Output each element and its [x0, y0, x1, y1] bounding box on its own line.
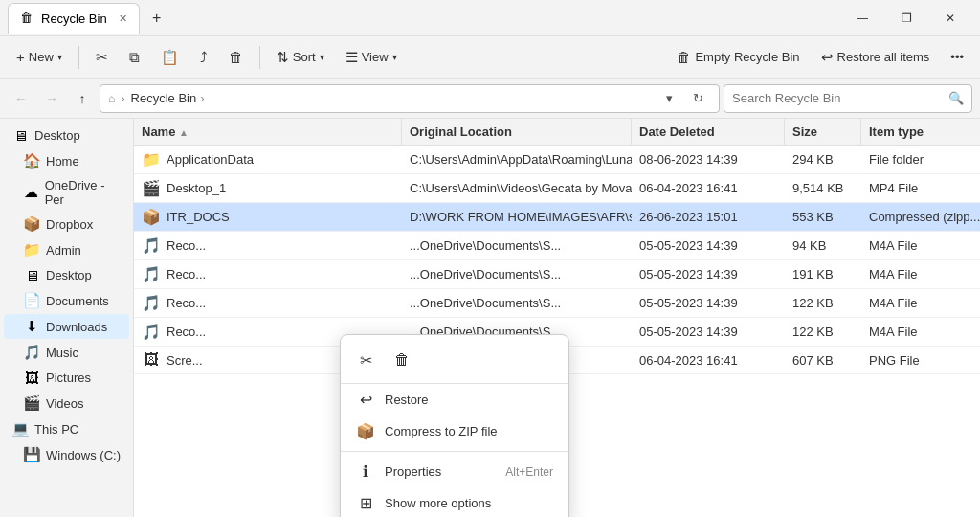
column-header-size[interactable]: Size [785, 119, 861, 145]
empty-recycle-icon: 🗑 [677, 49, 691, 65]
sidebar-item-videos[interactable]: 🎬 Videos [4, 391, 129, 416]
close-button[interactable]: ✕ [928, 0, 972, 36]
context-menu: ✂🗑 ↩ Restore 📦 Compress to ZIP file ℹ Pr… [340, 334, 569, 517]
more-button[interactable]: ••• [942, 44, 972, 70]
forward-button[interactable]: → [38, 85, 65, 112]
file-location-cell: D:\WORK FROM HOME\IMAGES\AFR\sa... [402, 203, 632, 231]
sort-button[interactable]: ⇅ Sort ▾ [268, 43, 333, 72]
column-header-date-deleted[interactable]: Date Deleted [632, 119, 785, 145]
address-box[interactable]: ⌂ › Recycle Bin › ▾ ↻ [100, 84, 720, 113]
ctx-icon-compress: 📦 [356, 422, 375, 440]
sidebar-item-admin[interactable]: 📁 Admin [4, 237, 129, 262]
toolbar-sep-1 [78, 46, 79, 69]
minimize-button[interactable]: — [840, 0, 884, 36]
search-box[interactable]: 🔍 [724, 84, 972, 113]
file-name: ApplicationData [167, 152, 254, 167]
sidebar-item-desktop[interactable]: 🖥 Desktop [4, 124, 129, 147]
ctx-tb-btn-cut[interactable]: ✂ [350, 345, 381, 375]
new-button[interactable]: + New ▾ [8, 43, 71, 71]
empty-recycle-bin-button[interactable]: 🗑 Empty Recycle Bin [668, 43, 808, 71]
file-icon: 📦 [142, 208, 161, 226]
sidebar-item-home[interactable]: 🏠 Home [4, 148, 129, 173]
context-menu-toolbar: ✂🗑 [341, 341, 568, 384]
main-content: 🖥 Desktop 🏠 Home ☁ OneDrive - Per 📦 Drop… [0, 119, 980, 517]
cut-button[interactable]: ✂ [87, 43, 117, 72]
ctx-menu-item-more[interactable]: ⊞ Show more options [341, 487, 568, 517]
restore-all-button[interactable]: ↩ Restore all items [813, 43, 939, 72]
sidebar-item-documents[interactable]: 📄 Documents [4, 288, 129, 313]
search-input[interactable] [732, 91, 945, 105]
sidebar-label-music: Music [46, 346, 78, 360]
file-icon: 🎵 [142, 265, 161, 283]
ctx-menu-item-properties[interactable]: ℹ Properties Alt+Enter [341, 456, 568, 487]
address-dropdown-button[interactable]: ▾ [656, 85, 682, 112]
ctx-tb-btn-delete[interactable]: 🗑 [387, 345, 417, 375]
column-header-item-type[interactable]: Item type [861, 119, 980, 145]
file-icon: 🖼 [142, 351, 161, 369]
file-name: Reco... [167, 325, 206, 339]
view-icon: ☰ [345, 49, 358, 66]
ctx-menu-item-restore[interactable]: ↩ Restore [341, 384, 568, 416]
title-bar: 🗑 Recycle Bin ✕ + — ❐ ✕ [0, 0, 980, 36]
refresh-button[interactable]: ↻ [684, 85, 711, 112]
toolbar: + New ▾ ✂ ⧉ 📋 ⤴ 🗑 ⇅ Sort ▾ ☰ View ▾ 🗑 Em… [0, 36, 980, 79]
sidebar-item-pictures[interactable]: 🖼 Pictures [4, 366, 129, 390]
sidebar-item-windows[interactable]: 💾 Windows (C:) [4, 442, 129, 467]
file-type-cell: MP4 File [861, 174, 980, 202]
column-header-original-location[interactable]: Original Location [402, 119, 632, 145]
file-icon: 🎵 [142, 323, 161, 341]
path-sep-1: › [121, 91, 124, 105]
file-icon: 🎵 [142, 294, 161, 312]
sidebar-item-music[interactable]: 🎵 Music [4, 340, 129, 365]
sidebar-icon-dropbox: 📦 [23, 215, 40, 233]
table-row[interactable]: 🎬 Desktop_1 C:\Users\Admin\Videos\Gecata… [134, 174, 980, 203]
table-row[interactable]: 🎵 Reco... ...OneDrive\Documents\S... 05-… [134, 232, 980, 260]
file-size-cell: 9,514 KB [785, 174, 861, 202]
toolbar-sep-2 [259, 46, 260, 69]
sidebar-label-thispc: This PC [34, 422, 78, 437]
tab-close-button[interactable]: ✕ [119, 12, 127, 25]
table-row[interactable]: 🎵 Reco... ...OneDrive\Documents\S... 05-… [134, 289, 980, 318]
file-date-deleted-cell: 05-05-2023 14:39 [632, 260, 785, 288]
sidebar-item-downloads[interactable]: ⬇ Downloads [4, 314, 129, 339]
column-headers: Name ▲Original LocationDate DeletedSizeI… [134, 119, 980, 146]
sidebar-item-dropbox[interactable]: 📦 Dropbox [4, 212, 129, 236]
file-size-cell: 122 KB [785, 318, 861, 346]
ctx-menu-item-compress[interactable]: 📦 Compress to ZIP file [341, 416, 568, 447]
new-tab-button[interactable]: + [144, 5, 170, 32]
sidebar-item-onedrive[interactable]: ☁ OneDrive - Per [4, 174, 129, 211]
sidebar-icon-videos: 🎬 [23, 394, 40, 412]
up-button[interactable]: ↑ [69, 85, 96, 112]
sidebar-label-documents: Documents [46, 294, 109, 308]
file-location-cell: ...OneDrive\Documents\S... [402, 260, 632, 288]
ctx-icon-more: ⊞ [356, 494, 375, 512]
sidebar-icon-admin: 📁 [23, 241, 40, 258]
back-button[interactable]: ← [8, 85, 34, 112]
delete-button[interactable]: 🗑 [220, 43, 252, 71]
sidebar-item-desktop2[interactable]: 🖥 Desktop [4, 263, 129, 287]
paste-button[interactable]: 📋 [152, 43, 188, 72]
file-location-cell: C:\Users\Admin\AppData\Roaming\Luna... [402, 146, 632, 173]
copy-button[interactable]: ⧉ [121, 43, 148, 72]
file-icon: 🎵 [142, 236, 161, 255]
table-row[interactable]: 🎵 Reco... ...OneDrive\Documents\S... 05-… [134, 260, 980, 289]
sidebar-icon-music: 🎵 [23, 344, 40, 361]
view-button[interactable]: ☰ View ▾ [337, 43, 406, 72]
file-type-cell: M4A File [861, 232, 980, 259]
paste-icon: 📋 [161, 49, 179, 66]
sidebar-label-home: Home [46, 154, 79, 169]
table-row[interactable]: 📦 ITR_DOCS D:\WORK FROM HOME\IMAGES\AFR\… [134, 203, 980, 232]
column-header-name[interactable]: Name ▲ [134, 119, 402, 145]
more-icon: ••• [950, 50, 964, 64]
view-label: View [362, 50, 389, 64]
sidebar-label-dropbox: Dropbox [46, 217, 93, 232]
share-button[interactable]: ⤴ [191, 43, 216, 71]
tab-recycle-bin[interactable]: 🗑 Recycle Bin ✕ [8, 3, 140, 34]
table-row[interactable]: 📁 ApplicationData C:\Users\Admin\AppData… [134, 146, 980, 174]
maximize-button[interactable]: ❐ [884, 0, 928, 36]
file-date-deleted-cell: 05-05-2023 14:39 [632, 318, 785, 346]
sidebar-label-pictures: Pictures [46, 371, 91, 385]
file-type-cell: M4A File [861, 260, 980, 288]
sidebar-item-thispc[interactable]: 💻 This PC [4, 416, 129, 441]
sort-icon: ⇅ [277, 49, 289, 66]
